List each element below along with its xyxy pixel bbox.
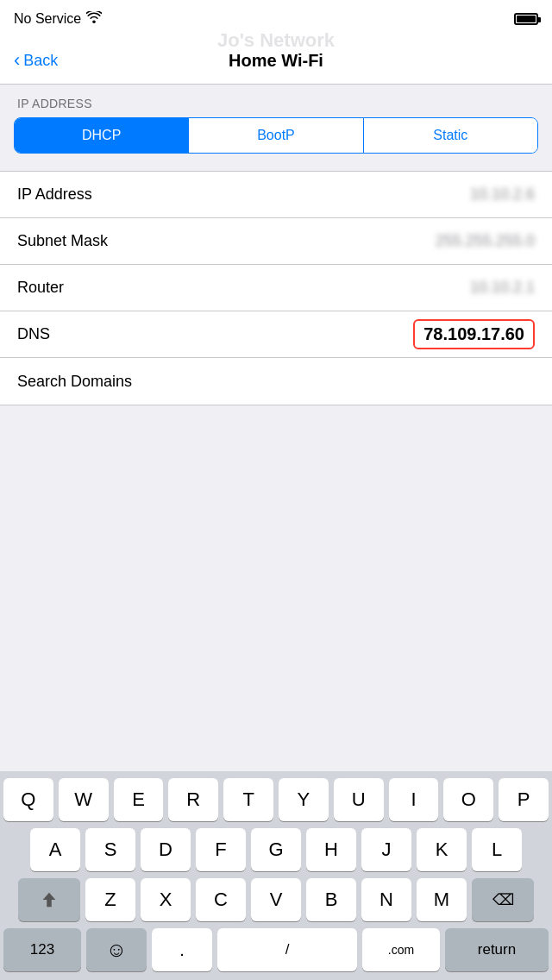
numbers-key[interactable]: 123 [3,928,81,971]
key-o[interactable]: O [443,778,493,821]
key-b[interactable]: B [306,878,356,921]
keyboard: Q W E R T Y U I O P A S D F G H J K L Z … [0,771,552,980]
tab-dhcp[interactable]: DHCP [15,118,189,153]
key-d[interactable]: D [141,828,191,871]
return-key[interactable]: return [445,928,549,971]
keyboard-row-3: Z X C V B N M ⌫ [3,878,549,921]
back-label: Back [23,52,58,70]
ip-address-value: 10.10.2.6 [470,185,535,204]
subnet-mask-label: Subnet Mask [17,232,108,250]
dotcom-key[interactable]: .com [362,928,440,971]
key-p[interactable]: P [499,778,549,821]
subnet-mask-value: 255.255.255.0 [436,232,535,250]
shift-key[interactable] [18,878,80,921]
key-h[interactable]: H [306,828,356,871]
wifi-icon [86,11,102,27]
back-chevron-icon: ‹ [14,51,20,70]
dns-row[interactable]: DNS 78.109.17.60 [0,311,552,358]
delete-key[interactable]: ⌫ [472,878,534,921]
section-label: IP ADDRESS [0,85,552,117]
keyboard-row-1: Q W E R T Y U I O P [3,778,549,821]
carrier-label: No Service [14,11,81,27]
search-domains-row[interactable]: Search Domains [0,358,552,405]
ip-address-label: IP Address [17,185,92,204]
tab-bootp[interactable]: BootP [189,118,363,153]
slash-key[interactable]: / [217,928,357,971]
ip-type-segmented-control[interactable]: DHCP BootP Static [14,117,538,154]
key-i[interactable]: I [389,778,439,821]
key-k[interactable]: K [417,828,467,871]
router-value: 10.10.2.1 [470,279,535,297]
nav-bar: Jo's Network ‹ Back Home Wi-Fi [0,38,552,85]
status-bar: No Service [0,0,552,38]
key-g[interactable]: G [251,828,301,871]
back-button[interactable]: ‹ Back [14,52,58,70]
key-l[interactable]: L [472,828,522,871]
key-m[interactable]: M [417,878,467,921]
tab-static[interactable]: Static [364,118,537,153]
key-v[interactable]: V [251,878,301,921]
ip-address-row[interactable]: IP Address 10.10.2.6 [0,172,552,218]
key-y[interactable]: Y [279,778,329,821]
key-x[interactable]: X [141,878,191,921]
key-s[interactable]: S [85,828,135,871]
key-u[interactable]: U [334,778,384,821]
router-row[interactable]: Router 10.10.2.1 [0,265,552,311]
key-t[interactable]: T [223,778,273,821]
period-key[interactable]: . [152,928,212,971]
settings-table: IP Address 10.10.2.6 Subnet Mask 255.255… [0,171,552,405]
key-w[interactable]: W [59,778,109,821]
key-c[interactable]: C [196,878,246,921]
page-title: Home Wi-Fi [229,51,323,71]
dns-value[interactable]: 78.109.17.60 [413,319,535,349]
dns-label: DNS [17,325,50,343]
key-z[interactable]: Z [85,878,135,921]
emoji-key[interactable]: ☺ [86,928,147,971]
key-f[interactable]: F [196,828,246,871]
battery-icon [514,13,538,25]
search-domains-label: Search Domains [17,373,132,391]
key-q[interactable]: Q [3,778,53,821]
key-e[interactable]: E [114,778,164,821]
key-r[interactable]: R [168,778,218,821]
keyboard-row-4: 123 ☺ . / .com return [3,928,549,977]
subnet-mask-row[interactable]: Subnet Mask 255.255.255.0 [0,218,552,265]
keyboard-row-2: A S D F G H J K L [3,828,549,871]
key-n[interactable]: N [361,878,411,921]
router-label: Router [17,279,64,297]
key-a[interactable]: A [30,828,80,871]
key-j[interactable]: J [361,828,411,871]
